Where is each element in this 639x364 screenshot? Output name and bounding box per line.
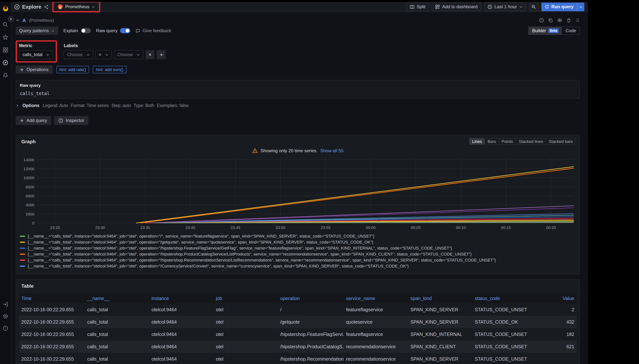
datasource-picker[interactable]: Prometheus: [54, 2, 98, 11]
legend-label: {__name__="calls_total", instance="otelc…: [28, 246, 452, 250]
graph-mode-points[interactable]: Points: [499, 138, 516, 144]
query-patterns-button[interactable]: Query patterns: [16, 26, 58, 35]
column-header-name[interactable]: __name__: [85, 294, 149, 304]
legend-label: {__name__="calls_total", instance="otelc…: [28, 252, 472, 256]
plus-icon: [159, 52, 163, 57]
query-help-icon[interactable]: ?: [539, 18, 544, 23]
column-header-servicename[interactable]: service_name: [344, 294, 408, 304]
hide-response-eye-icon[interactable]: [557, 18, 562, 23]
table-row: 2022-10-16 00:22:29.655calls_totalotelco…: [19, 340, 576, 353]
collapse-chevron-icon[interactable]: [16, 18, 20, 22]
table-cell: STATUS_CODE_OK: [472, 316, 537, 328]
duplicate-query-icon[interactable]: [548, 18, 553, 23]
graph-panel: Graph LinesBarsPointsStacked linesStacke…: [16, 135, 580, 274]
zoom-out-button[interactable]: [529, 2, 538, 11]
column-header-operation[interactable]: operation: [278, 294, 344, 304]
chart-svg[interactable]: 0200040006000800010000120001400023:2523:…: [20, 155, 576, 232]
query-row-actions: ?: [539, 18, 580, 23]
clock-icon: [487, 4, 492, 9]
column-header-spankind[interactable]: span_kind: [408, 294, 472, 304]
remove-label-filter-button[interactable]: [146, 50, 154, 59]
editor-mode-switch: Builder Beta Code: [528, 26, 580, 35]
metric-select[interactable]: calls_total: [19, 50, 53, 59]
query-actions: Add query Inspector: [16, 116, 580, 125]
legend-item[interactable]: {__name__="calls_total", instance="otelc…: [20, 251, 576, 257]
time-range-picker[interactable]: Last 1 hour: [484, 2, 526, 11]
table-row: 2022-10-16 00:22:29.655calls_totalotelco…: [19, 353, 576, 364]
column-header-job[interactable]: job: [214, 294, 278, 304]
inspector-button[interactable]: Inspector: [54, 116, 88, 125]
label-value-select[interactable]: Choose: [114, 50, 144, 59]
sidebar-item-explore[interactable]: [2, 60, 8, 66]
chevron-down-icon: [519, 5, 522, 8]
table-cell: SPAN_KIND_SERVER: [408, 304, 472, 316]
legend-item[interactable]: {__name__="calls_total", instance="otelc…: [20, 245, 576, 251]
sidebar-item-starred[interactable]: [2, 34, 8, 40]
builder-mode-button[interactable]: Builder Beta: [529, 27, 562, 34]
table-cell: calls_total: [85, 316, 149, 328]
share-shortened-link-button[interactable]: [44, 4, 49, 9]
svg-text:23:35: 23:35: [140, 226, 150, 230]
svg-text:0: 0: [32, 221, 34, 225]
query-option-summary: Step: auto: [111, 103, 131, 108]
table-cell: otelcol:9464: [149, 304, 214, 316]
sidebar-item-dashboards[interactable]: [2, 47, 8, 53]
comment-icon: [136, 28, 140, 33]
legend-item[interactable]: {__name__="calls_total", instance="otelc…: [20, 270, 576, 270]
grafana-logo-icon[interactable]: [2, 4, 9, 12]
legend-label: {__name__="calls_total", instance="otelc…: [28, 234, 374, 238]
query-hint-button[interactable]: hint: add sum(): [93, 66, 126, 73]
operations-button[interactable]: Operations: [16, 66, 52, 74]
column-header-instance[interactable]: instance: [149, 294, 214, 304]
code-mode-button[interactable]: Code: [562, 27, 580, 34]
graph-mode-lines[interactable]: Lines: [470, 138, 485, 144]
run-query-interval-button[interactable]: [577, 2, 584, 11]
graph-mode-stacked-bars[interactable]: Stacked bars: [546, 138, 576, 144]
datasource-name: Prometheus: [65, 4, 90, 9]
give-feedback-link[interactable]: Give feedback: [136, 28, 171, 33]
split-button[interactable]: Split: [406, 2, 429, 11]
run-query-button[interactable]: Run query: [541, 2, 577, 11]
column-header-time[interactable]: Time: [19, 294, 85, 304]
add-label-filter-button[interactable]: [157, 50, 166, 59]
query-editor-toolbar: Query patterns Explain Raw query Give fe…: [16, 26, 580, 35]
share-alt-icon: [44, 4, 49, 9]
sidebar-item-help[interactable]: ?: [2, 326, 8, 331]
graph-mode-stacked-lines[interactable]: Stacked lines: [516, 138, 546, 144]
sidebar-item-sign-in[interactable]: [2, 302, 8, 307]
table-cell: SPAN_KIND_SERVER: [408, 316, 472, 328]
query-options-row[interactable]: Options Legend: AutoFormat: Time seriesS…: [16, 102, 580, 109]
graph-mode-bars[interactable]: Bars: [484, 138, 498, 144]
raw-query-toggle[interactable]: [120, 28, 130, 33]
sidebar-item-settings[interactable]: [2, 314, 8, 319]
explain-toggle[interactable]: [80, 28, 91, 33]
sidebar-item-alerting[interactable]: [2, 72, 8, 78]
svg-text:14000: 14000: [24, 158, 34, 162]
table-cell: /hipstershop.FeatureFlagServi...: [278, 328, 344, 340]
legend-item[interactable]: {__name__="calls_total", instance="otelc…: [20, 239, 576, 245]
column-header-value[interactable]: Value: [537, 294, 576, 304]
table-cell: recommendationservice: [344, 353, 408, 364]
legend-color-marker: [20, 254, 25, 254]
label-key-select[interactable]: Choose: [64, 50, 93, 59]
add-query-button[interactable]: Add query: [16, 116, 51, 125]
sidebar-expand-button[interactable]: [8, 16, 14, 22]
legend-item[interactable]: {__name__="calls_total", instance="otelc…: [20, 263, 576, 269]
main-area: Explore Prometheus Split: [11, 2, 588, 364]
remove-query-trash-icon[interactable]: [566, 18, 571, 23]
time-series-chart[interactable]: 0200040006000800010000120001400023:2523:…: [20, 155, 576, 232]
table-cell: otel: [214, 328, 278, 340]
query-hint-button[interactable]: hint: add rate(): [56, 66, 89, 73]
legend-item[interactable]: {__name__="calls_total", instance="otelc…: [20, 233, 576, 239]
drag-handle-icon[interactable]: [576, 18, 580, 22]
show-all-series-link[interactable]: Show all 55: [320, 148, 344, 153]
results-table: Time__name__instancejoboperationservice_…: [19, 294, 576, 364]
label-operator-select[interactable]: =: [96, 50, 112, 59]
sidebar-item-search[interactable]: [2, 22, 8, 27]
add-to-dashboard-button[interactable]: Add to dashboard: [432, 2, 481, 11]
query-option-summary: Format: Time series: [71, 103, 109, 108]
legend-item[interactable]: {__name__="calls_total", instance="otelc…: [20, 257, 576, 263]
column-header-statuscode[interactable]: status_code: [472, 294, 537, 304]
explore-header: Explore: [14, 4, 41, 10]
table-row: 2022-10-16 00:22:29.655calls_totalotelco…: [19, 316, 576, 328]
